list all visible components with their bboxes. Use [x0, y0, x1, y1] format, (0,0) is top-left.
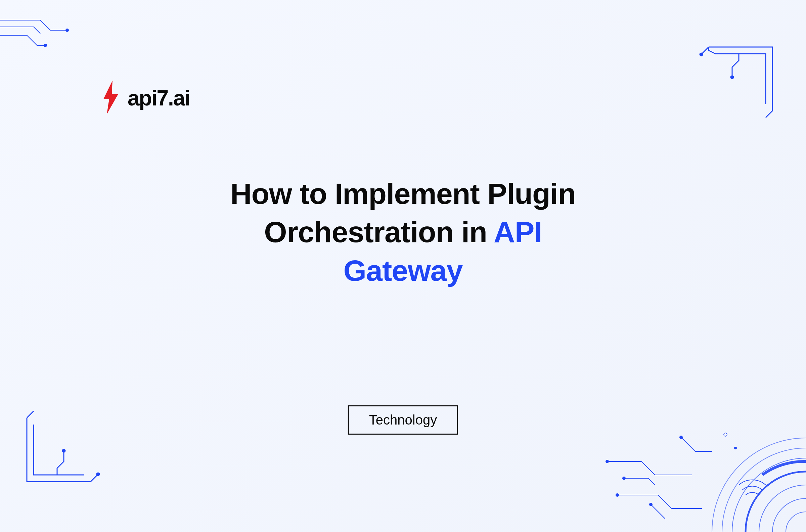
svg-point-0	[66, 29, 69, 32]
svg-point-6	[606, 460, 609, 463]
page-title: How to Implement Plugin Orchestration in…	[0, 175, 806, 290]
title-line-1: How to Implement Plugin	[94, 175, 712, 213]
svg-point-11	[724, 433, 727, 436]
decoration-top-right	[689, 44, 776, 124]
svg-point-2	[700, 53, 703, 56]
svg-point-12	[734, 447, 736, 449]
svg-point-5	[62, 449, 65, 452]
svg-point-1	[44, 44, 47, 47]
logo-bolt-icon	[101, 81, 121, 116]
decoration-bottom-right	[598, 344, 806, 532]
svg-point-8	[616, 494, 619, 496]
title-line-2: Orchestration in API	[94, 213, 712, 251]
logo-text: aPI7.aI	[128, 86, 190, 111]
category-badge: Technology	[348, 405, 458, 435]
brand-logo: aPI7.aI	[101, 81, 190, 116]
decoration-bottom-left	[23, 404, 111, 485]
title-line-3: Gateway	[94, 251, 712, 290]
svg-point-9	[650, 503, 652, 506]
svg-point-10	[680, 436, 683, 439]
svg-point-3	[731, 76, 733, 79]
svg-point-7	[622, 477, 625, 480]
svg-point-4	[97, 473, 99, 476]
decoration-top-left	[0, 10, 74, 50]
